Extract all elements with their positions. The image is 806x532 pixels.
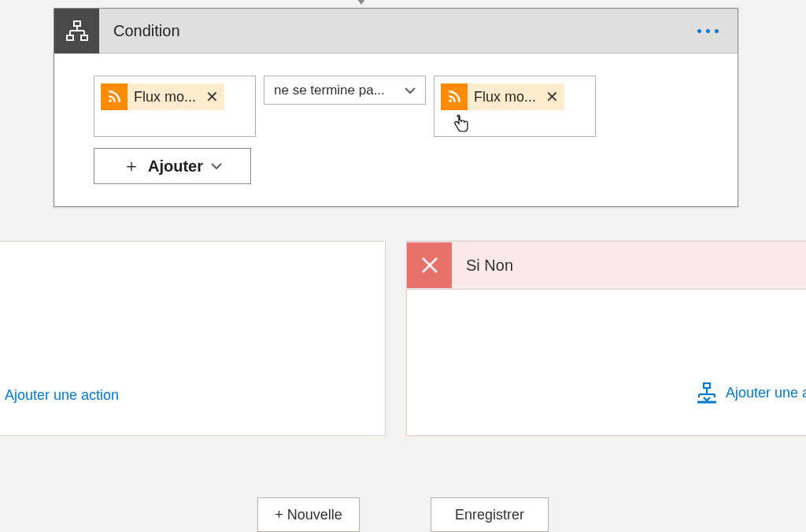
close-icon — [407, 242, 452, 288]
if-no-title: Si Non — [452, 257, 513, 275]
condition-operand-1[interactable]: Flux mo... ✕ — [94, 76, 256, 137]
save-button[interactable]: Enregistrer — [431, 497, 549, 532]
if-yes-body: Ajouter une action — [0, 242, 385, 435]
remove-chip-icon[interactable]: ✕ — [545, 87, 559, 106]
add-condition-button[interactable]: ＋ Ajouter — [94, 148, 251, 184]
if-no-body: Ajouter une actio — [407, 289, 806, 435]
add-action-label: Ajouter une action — [5, 387, 119, 404]
condition-operand-2[interactable]: Flux mo... ✕ — [434, 76, 596, 137]
add-action-label: Ajouter une actio — [726, 385, 806, 401]
add-action-icon — [696, 382, 718, 404]
condition-operator-dropdown[interactable]: ne se termine pa... — [264, 76, 426, 105]
new-step-button[interactable]: + Nouvelle — [257, 497, 360, 532]
operator-label: ne se termine pa... — [274, 83, 385, 98]
condition-body: Flux mo... ✕ ne se termine pa... Flux mo… — [54, 54, 738, 206]
footer-toolbar: + Nouvelle Enregistrer — [0, 497, 806, 532]
save-label: Enregistrer — [455, 507, 524, 523]
add-action-link-no[interactable]: Ajouter une actio — [696, 382, 806, 404]
svg-rect-0 — [74, 21, 80, 26]
add-label: Ajouter — [148, 157, 203, 175]
new-step-label: + Nouvelle — [275, 507, 342, 523]
remove-chip-icon[interactable]: ✕ — [205, 87, 219, 106]
dynamic-content-chip[interactable]: Flux mo... ✕ — [101, 83, 224, 110]
chevron-down-icon — [405, 87, 416, 94]
svg-rect-1 — [67, 35, 73, 40]
svg-point-7 — [109, 99, 112, 102]
condition-title: Condition — [99, 22, 697, 40]
svg-rect-11 — [704, 383, 710, 388]
add-action-link-yes[interactable]: Ajouter une action — [5, 387, 119, 404]
chevron-down-icon — [211, 162, 222, 170]
flow-arrow-down-icon — [353, 0, 369, 5]
svg-point-8 — [449, 99, 452, 102]
dynamic-content-chip[interactable]: Flux mo... ✕ — [441, 83, 564, 110]
chip-label: Flux mo... — [474, 89, 536, 105]
chip-label: Flux mo... — [134, 89, 196, 105]
rss-icon — [101, 83, 128, 110]
condition-card: Condition Flux mo... ✕ ne se termine pa.… — [54, 8, 738, 207]
if-no-header[interactable]: Si Non — [407, 242, 806, 289]
rss-icon — [441, 83, 468, 110]
condition-header[interactable]: Condition — [54, 9, 738, 54]
more-options-icon[interactable] — [697, 29, 738, 33]
if-yes-branch: Ajouter une action — [0, 241, 386, 436]
if-no-branch: Si Non Ajouter une actio — [406, 241, 806, 436]
condition-icon — [54, 9, 99, 54]
svg-rect-2 — [81, 35, 87, 40]
plus-icon: ＋ — [123, 154, 140, 178]
